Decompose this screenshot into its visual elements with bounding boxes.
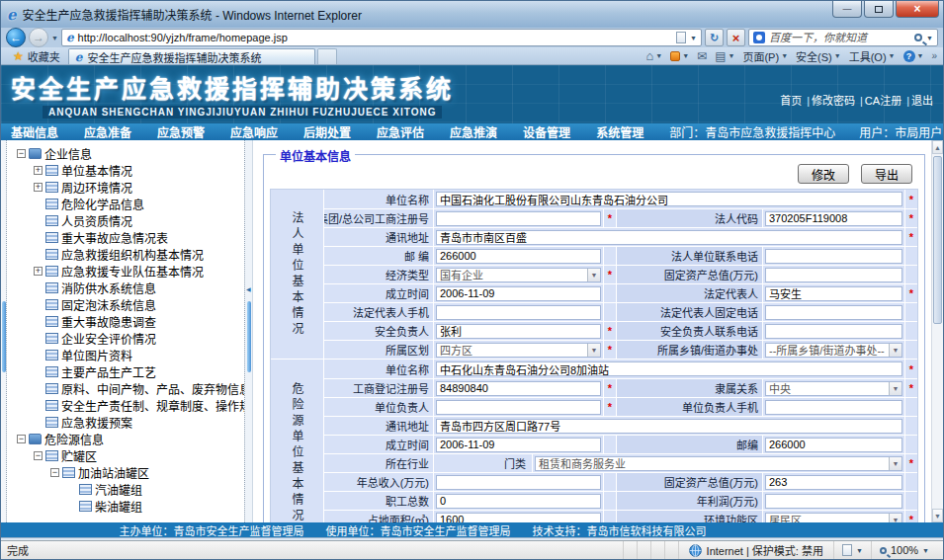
help-menu[interactable]: ?▼ xyxy=(903,50,924,62)
field-select[interactable]: --所属乡镇/街道办事处--▼ xyxy=(765,343,902,358)
field-input[interactable] xyxy=(436,494,601,509)
new-tab-button[interactable] xyxy=(317,48,337,64)
field-input[interactable] xyxy=(436,513,601,523)
expand-icon[interactable]: + xyxy=(34,183,43,192)
menu-item[interactable]: 应急准备 xyxy=(84,123,131,140)
favorites-button[interactable]: ★ 收藏夹 xyxy=(5,47,68,64)
field-select[interactable]: 国有企业▼ xyxy=(436,268,601,282)
refresh-button[interactable]: ↻ xyxy=(705,29,724,46)
splitter-handle[interactable] xyxy=(247,301,251,372)
field-input[interactable] xyxy=(765,494,902,509)
export-button[interactable]: 导出 xyxy=(861,164,912,184)
collapse-icon[interactable]: − xyxy=(34,451,43,460)
tree-item[interactable]: 固定泡沫系统信息 xyxy=(11,296,244,313)
field-select[interactable]: 居民区▼ xyxy=(765,513,902,523)
menu-item[interactable]: 设备管理 xyxy=(523,123,570,140)
menu-item[interactable]: 后期处置 xyxy=(303,123,351,140)
tree-item[interactable]: −危险源信息 xyxy=(11,431,244,447)
feeds-button[interactable]: ▼ xyxy=(670,51,689,61)
field-input[interactable] xyxy=(436,419,902,434)
scrollbar-thumb[interactable] xyxy=(933,156,942,324)
menu-item[interactable]: 应急推演 xyxy=(450,123,497,140)
maximize-button[interactable] xyxy=(864,1,894,18)
tools-menu[interactable]: 工具(O)▼ xyxy=(849,48,896,64)
field-input[interactable] xyxy=(765,268,902,282)
field-input[interactable] xyxy=(436,361,902,376)
address-dropdown[interactable]: ▼ xyxy=(690,35,697,41)
tree-item[interactable]: +应急救援专业队伍基本情况 xyxy=(11,263,244,280)
forward-button[interactable]: → xyxy=(29,28,48,47)
field-input[interactable] xyxy=(765,438,902,452)
tree-item[interactable]: 单位图片资料 xyxy=(11,347,244,363)
field-input[interactable] xyxy=(436,286,601,301)
field-input[interactable] xyxy=(765,211,902,226)
tree-item[interactable]: 安全生产责任制、规章制度、操作规程信息 xyxy=(11,397,244,414)
modify-button[interactable]: 修改 xyxy=(798,164,849,184)
field-input[interactable] xyxy=(765,286,902,301)
collapse-icon[interactable]: − xyxy=(50,468,59,477)
tree-item[interactable]: −企业信息 xyxy=(11,145,244,162)
scroll-down-icon[interactable]: ▼ xyxy=(932,509,943,522)
tree-item[interactable]: +周边环境情况 xyxy=(11,179,244,196)
scroll-up-icon[interactable]: ▲ xyxy=(932,140,943,154)
link-home[interactable]: 首页 xyxy=(780,92,802,108)
field-input[interactable] xyxy=(765,249,902,264)
menu-item[interactable]: 应急评估 xyxy=(377,123,424,140)
sidebar-splitter[interactable]: ◀ xyxy=(244,140,253,522)
menu-item[interactable]: 基础信息 xyxy=(11,123,58,140)
recent-pages-dropdown[interactable]: ▼ xyxy=(51,35,58,41)
field-input[interactable] xyxy=(436,438,601,452)
search-dropdown[interactable]: ▼ xyxy=(926,35,933,41)
close-button[interactable]: × xyxy=(896,1,939,18)
field-input[interactable] xyxy=(436,400,601,415)
menu-item[interactable]: 系统管理 xyxy=(596,123,644,140)
back-button[interactable]: ← xyxy=(6,28,26,47)
link-ca-register[interactable]: CA注册 xyxy=(855,92,901,108)
tree-item[interactable]: 应急救援组织机构基本情况 xyxy=(11,246,244,263)
left-resize-gutter[interactable] xyxy=(1,140,7,522)
menu-item[interactable]: 应急响应 xyxy=(230,123,278,140)
home-button[interactable]: ⌂▼ xyxy=(645,48,662,63)
tree-item[interactable]: 柴油罐组 xyxy=(11,498,244,515)
field-input[interactable] xyxy=(436,475,601,490)
tree-item[interactable]: 重大事故隐患调查 xyxy=(11,313,244,330)
field-select[interactable]: 租赁和商务服务业▼ xyxy=(535,456,902,471)
tree-item[interactable]: 人员资质情况 xyxy=(11,212,244,229)
link-change-password[interactable]: 修改密码 xyxy=(802,92,855,108)
read-mail-button[interactable]: ✉ xyxy=(697,49,707,63)
zoom-control[interactable]: 100% ▼ xyxy=(871,541,937,559)
field-select[interactable]: 中央▼ xyxy=(765,381,902,396)
tree-item[interactable]: +单位基本情况 xyxy=(11,162,244,179)
tree-item[interactable]: 原料、中间产物、产品、废弃物信息 xyxy=(11,380,244,397)
field-input[interactable] xyxy=(765,400,902,415)
more-commands-button[interactable]: » xyxy=(931,50,937,61)
search-icon[interactable] xyxy=(914,34,922,41)
minimize-button[interactable]: — xyxy=(832,1,862,18)
tree-item[interactable]: −加油站油罐区 xyxy=(11,464,244,481)
compatibility-view-icon[interactable] xyxy=(676,32,686,43)
tree-item[interactable]: −贮罐区 xyxy=(11,447,244,464)
field-input[interactable] xyxy=(765,324,902,339)
browser-tab[interactable]: e 安全生产应急救援指挥辅助决策系统 xyxy=(68,48,315,64)
scrollbar-track[interactable] xyxy=(932,324,943,509)
link-logout[interactable]: 退出 xyxy=(901,92,933,108)
search-box[interactable]: ▼ xyxy=(748,29,938,46)
field-input[interactable] xyxy=(436,305,601,320)
field-input[interactable] xyxy=(436,192,902,206)
collapse-icon[interactable]: − xyxy=(17,435,26,443)
tree-item[interactable]: 消防供水系统信息 xyxy=(11,280,244,296)
field-select[interactable]: 四方区▼ xyxy=(436,343,601,358)
field-input[interactable] xyxy=(436,211,601,226)
field-input[interactable] xyxy=(765,475,902,490)
tree-item[interactable]: 应急救援预案 xyxy=(11,414,244,431)
menu-item[interactable]: 应急预警 xyxy=(157,123,205,140)
expand-icon[interactable]: + xyxy=(34,267,43,276)
expand-icon[interactable]: + xyxy=(34,166,43,175)
vertical-scrollbar[interactable]: ▲ ▼ xyxy=(931,140,943,522)
tree-item[interactable]: 主要产品生产工艺 xyxy=(11,363,244,380)
stop-button[interactable]: × xyxy=(727,29,745,46)
collapse-sidebar-icon[interactable]: ◀ xyxy=(246,285,251,292)
compat-status-button[interactable]: ▼ xyxy=(833,541,871,559)
field-input[interactable] xyxy=(436,249,601,264)
search-input[interactable] xyxy=(769,32,910,43)
